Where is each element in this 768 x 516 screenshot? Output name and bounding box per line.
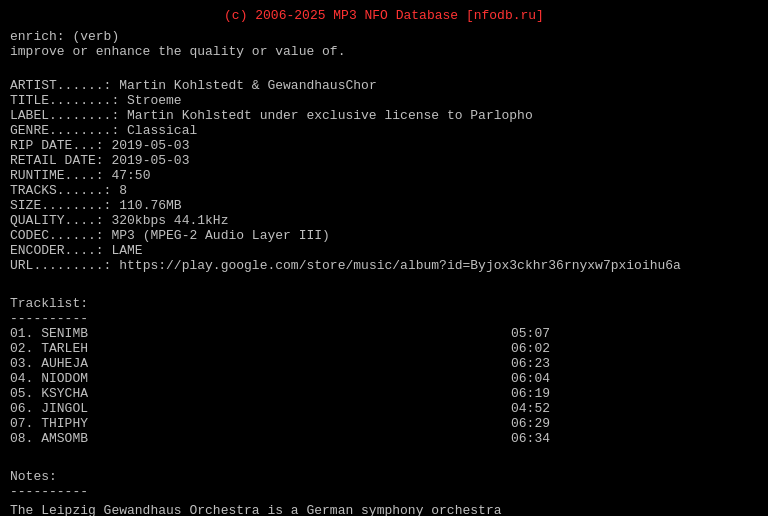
track-name: 08. AMSOMB [10, 431, 500, 446]
label-label: LABEL........: [10, 108, 119, 123]
notes-separator: ---------- [10, 484, 758, 499]
retail-date-label: RETAIL DATE: [10, 153, 104, 168]
quality-value: 320kbps 44.1kHz [111, 213, 228, 228]
enrich-description: improve or enhance the quality or value … [10, 44, 758, 59]
size-label: SIZE........: [10, 198, 111, 213]
tracks-row: TRACKS......: 8 [10, 183, 758, 198]
size-row: SIZE........: 110.76MB [10, 198, 758, 213]
tracklist-separator: ---------- [10, 311, 758, 326]
tracklist-section: Tracklist: ---------- 01. SENIMB05:0702.… [10, 296, 758, 446]
track-row: 03. AUHEJA06:23 [10, 356, 550, 371]
runtime-value: 47:50 [111, 168, 150, 183]
quality-label: QUALITY....: [10, 213, 104, 228]
track-time: 06:02 [500, 341, 550, 356]
encoder-label: ENCODER....: [10, 243, 104, 258]
track-time: 06:29 [500, 416, 550, 431]
retail-date-value: 2019-05-03 [111, 153, 189, 168]
track-name: 07. THIPHY [10, 416, 500, 431]
rip-date-label: RIP DATE...: [10, 138, 104, 153]
rip-date-value: 2019-05-03 [111, 138, 189, 153]
track-time: 04:52 [500, 401, 550, 416]
tracklist-header: Tracklist: [10, 296, 758, 311]
size-value: 110.76MB [119, 198, 181, 213]
track-time: 06:19 [500, 386, 550, 401]
title-row: TITLE........: Stroeme [10, 93, 758, 108]
track-row: 01. SENIMB05:07 [10, 326, 550, 341]
track-row: 06. JINGOL04:52 [10, 401, 550, 416]
tracks-label: TRACKS......: [10, 183, 111, 198]
artist-label: ARTIST......: [10, 78, 111, 93]
enrich-block: enrich: (verb) improve or enhance the qu… [10, 29, 758, 59]
tracks-list: 01. SENIMB05:0702. TARLEH06:0203. AUHEJA… [10, 326, 758, 446]
label-value: Martin Kohlstedt under exclusive license… [127, 108, 533, 123]
encoder-row: ENCODER....: LAME [10, 243, 758, 258]
title-label: TITLE........: [10, 93, 119, 108]
title-line: (c) 2006-2025 MP3 NFO Database [nfodb.ru… [10, 8, 758, 23]
label-row: LABEL........: Martin Kohlstedt under ex… [10, 108, 758, 123]
notes-text: The Leipzig Gewandhaus Orchestra is a Ge… [10, 503, 540, 516]
track-name: 01. SENIMB [10, 326, 500, 341]
track-row: 07. THIPHY06:29 [10, 416, 550, 431]
track-row: 02. TARLEH06:02 [10, 341, 550, 356]
retail-date-row: RETAIL DATE: 2019-05-03 [10, 153, 758, 168]
track-time: 06:23 [500, 356, 550, 371]
artist-row: ARTIST......: Martin Kohlstedt & Gewandh… [10, 78, 758, 93]
metadata-block: ARTIST......: Martin Kohlstedt & Gewandh… [10, 78, 758, 273]
url-row: URL.........: https://play.google.com/st… [10, 258, 758, 273]
runtime-label: RUNTIME....: [10, 168, 104, 183]
url-value: https://play.google.com/store/music/albu… [119, 258, 681, 273]
track-name: 06. JINGOL [10, 401, 500, 416]
track-time: 05:07 [500, 326, 550, 341]
runtime-row: RUNTIME....: 47:50 [10, 168, 758, 183]
quality-row: QUALITY....: 320kbps 44.1kHz [10, 213, 758, 228]
track-time: 06:34 [500, 431, 550, 446]
title-value: Stroeme [127, 93, 182, 108]
enrich-label: enrich: (verb) [10, 29, 758, 44]
genre-label: GENRE........: [10, 123, 119, 138]
track-name: 04. NIODOM [10, 371, 500, 386]
track-row: 05. KSYCHA06:19 [10, 386, 550, 401]
track-time: 06:04 [500, 371, 550, 386]
rip-date-row: RIP DATE...: 2019-05-03 [10, 138, 758, 153]
codec-label: CODEC......: [10, 228, 104, 243]
codec-row: CODEC......: MP3 (MPEG-2 Audio Layer III… [10, 228, 758, 243]
track-row: 08. AMSOMB06:34 [10, 431, 550, 446]
notes-section: Notes: ---------- The Leipzig Gewandhaus… [10, 469, 758, 516]
track-row: 04. NIODOM06:04 [10, 371, 550, 386]
track-name: 03. AUHEJA [10, 356, 500, 371]
track-name: 02. TARLEH [10, 341, 500, 356]
genre-value: Classical [127, 123, 197, 138]
codec-value: MP3 (MPEG-2 Audio Layer III) [111, 228, 329, 243]
notes-header: Notes: [10, 469, 758, 484]
encoder-value: LAME [111, 243, 142, 258]
tracks-value: 8 [119, 183, 127, 198]
url-label: URL.........: [10, 258, 111, 273]
artist-value: Martin Kohlstedt & GewandhausChor [119, 78, 376, 93]
genre-row: GENRE........: Classical [10, 123, 758, 138]
track-name: 05. KSYCHA [10, 386, 500, 401]
